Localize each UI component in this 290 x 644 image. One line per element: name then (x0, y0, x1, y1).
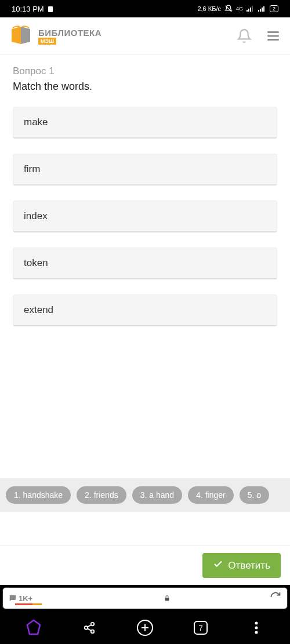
status-time: 10:13 PM (12, 5, 44, 13)
svg-point-15 (85, 626, 88, 630)
svg-rect-13 (165, 598, 169, 601)
comments-count: 1K+ (19, 594, 32, 603)
brand-title: БИБЛИОТЕКА (38, 28, 231, 38)
tab-count-label: 7 (198, 624, 202, 632)
brand-badge: МЭШ (38, 38, 56, 45)
option-card[interactable]: make (13, 107, 277, 139)
chip-label: 1. handshake (14, 490, 63, 500)
submit-bar: Ответить (0, 545, 290, 585)
signal-icon-1 (246, 6, 255, 12)
check-icon (213, 559, 223, 572)
answer-chips: 1. handshake 2. friends 3. a hand 4. fin… (0, 478, 290, 512)
data-rate: 2,6 КБ/с (197, 5, 221, 12)
option-card[interactable]: extend (13, 294, 277, 326)
option-label: extend (24, 304, 53, 315)
status-left: 10:13 PM (12, 5, 53, 13)
question-text: Match the words. (13, 81, 277, 93)
option-label: make (24, 117, 48, 128)
svg-rect-4 (250, 8, 251, 12)
signal-icon-2 (258, 6, 266, 12)
share-icon[interactable] (78, 616, 101, 639)
submit-label: Ответить (228, 560, 270, 572)
svg-point-14 (91, 623, 95, 626)
lock-icon (72, 594, 262, 602)
nav-bar: 7 (0, 612, 290, 644)
svg-rect-2 (246, 10, 248, 12)
chip-label: 4. finger (196, 490, 226, 500)
svg-point-24 (255, 631, 258, 634)
svg-line-18 (88, 625, 91, 627)
logo-icon[interactable] (9, 24, 32, 48)
svg-rect-5 (252, 6, 253, 12)
option-card[interactable]: token (13, 248, 277, 279)
option-label: firm (24, 163, 40, 174)
chip[interactable]: 2. friends (77, 486, 126, 504)
bell-icon[interactable] (237, 28, 252, 43)
yandex-home-icon[interactable] (22, 616, 45, 639)
chip-label: 5. o (248, 490, 261, 500)
svg-rect-0 (48, 6, 53, 12)
svg-line-17 (88, 628, 91, 631)
browser-url-bar[interactable]: 1K+ (2, 587, 288, 609)
url-progress (41, 598, 64, 599)
svg-point-16 (91, 630, 95, 634)
option-label: index (24, 210, 48, 221)
option-card[interactable]: firm (13, 154, 277, 185)
comments-badge[interactable]: 1K+ (9, 594, 32, 603)
chip[interactable]: 1. handshake (6, 486, 71, 504)
svg-rect-6 (258, 10, 259, 12)
question-area: Вопрос 1 Match the words. make firm inde… (0, 55, 290, 545)
chip[interactable]: 5. o (240, 486, 269, 504)
header: БИБЛИОТЕКА МЭШ (0, 17, 290, 55)
svg-point-22 (255, 622, 258, 625)
chip-label: 3. a hand (140, 490, 174, 500)
add-icon[interactable] (133, 616, 157, 639)
reload-icon[interactable] (270, 591, 281, 605)
option-label: token (24, 257, 48, 268)
mute-icon (224, 5, 233, 13)
chip[interactable]: 3. a hand (132, 486, 182, 504)
chip-label: 2. friends (85, 490, 118, 500)
battery-icon: 2 (270, 5, 278, 12)
menu-icon[interactable] (266, 28, 281, 43)
svg-rect-7 (260, 9, 261, 12)
tabs-icon[interactable]: 7 (189, 616, 212, 639)
svg-point-23 (255, 627, 258, 630)
svg-rect-9 (263, 6, 264, 12)
network-type: 4G (236, 6, 243, 12)
app-content: БИБЛИОТЕКА МЭШ Вопрос 1 Match the words.… (0, 17, 290, 585)
question-number: Вопрос 1 (13, 66, 277, 77)
submit-button[interactable]: Ответить (202, 553, 281, 578)
chip[interactable]: 4. finger (188, 486, 234, 504)
svg-rect-3 (248, 9, 249, 12)
brand: БИБЛИОТЕКА МЭШ (38, 28, 231, 45)
svg-rect-8 (262, 8, 263, 12)
sim-icon (48, 5, 53, 12)
status-right: 2,6 КБ/с 4G 2 (197, 5, 278, 13)
more-icon[interactable] (245, 616, 268, 639)
status-bar: 10:13 PM 2,6 КБ/с 4G 2 (0, 0, 290, 17)
option-card[interactable]: index (13, 201, 277, 232)
